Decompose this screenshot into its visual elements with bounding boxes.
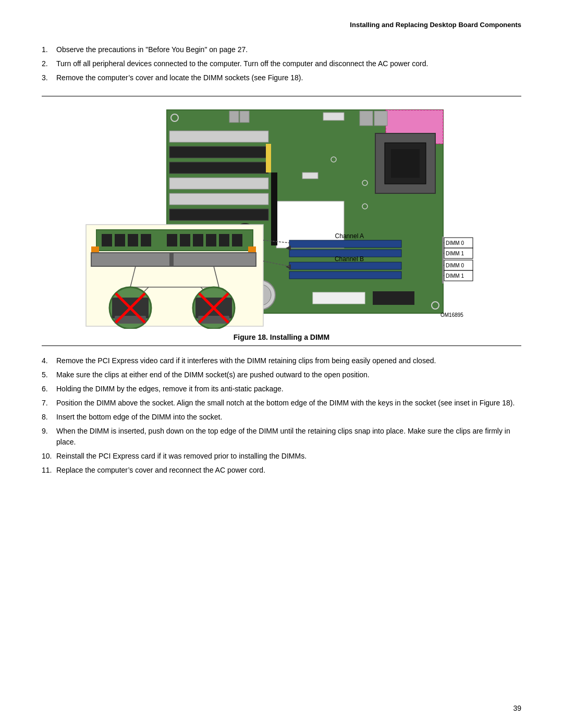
svg-text:DIMM 0: DIMM 0 [446,240,464,246]
step-1-text: Observe the precautions in "Before You B… [56,44,521,55]
step-2-text: Turn off all peripheral devices connecte… [56,58,521,69]
svg-rect-16 [169,209,268,220]
step-3-num: 3. [42,72,56,83]
svg-rect-66 [232,234,242,246]
svg-text:DIMM 0: DIMM 0 [446,263,464,268]
figure-container: Channel A Channel B DIMM 0 DIMM 1 DIMM 0… [42,96,521,346]
svg-rect-61 [167,234,177,246]
step-6-num: 6. [42,384,56,394]
step-9: 9. When the DIMM is inserted, push down … [42,426,521,448]
svg-point-25 [362,180,368,186]
svg-rect-12 [169,146,268,158]
svg-rect-17 [266,144,271,172]
step-3-text: Remove the computer’s cover and locate t… [56,72,521,83]
figure-caption: Figure 18. Installing a DIMM [234,333,329,341]
page-container: Installing and Replacing Desktop Board C… [0,0,563,728]
svg-rect-22 [391,149,420,178]
step-6: 6. Holding the DIMM by the edges, remove… [42,384,521,394]
step-8-num: 8. [42,412,56,423]
svg-rect-65 [219,234,229,246]
svg-text:DIMM 1: DIMM 1 [446,273,464,279]
svg-rect-7 [374,111,387,126]
step-1-num: 1. [42,44,56,55]
svg-text:Channel A: Channel A [335,232,364,240]
step-5-text: Make sure the clips at either end of the… [56,369,521,380]
page-number: 39 [513,704,521,712]
svg-point-24 [362,204,368,209]
step-10-text: Reinstall the PCI Express card if it was… [56,451,521,462]
svg-text:Channel B: Channel B [335,255,364,263]
step-11-text: Replace the computer’s cover and reconne… [56,465,521,476]
svg-rect-63 [193,234,203,246]
svg-rect-70 [169,253,174,266]
step-11-num: 11. [42,465,56,476]
step-2: 2. Turn off all peripheral devices conne… [42,58,521,69]
step-6-text: Holding the DIMM by the edges, remove it… [56,384,521,394]
svg-rect-11 [169,131,268,142]
step-5: 5. Make sure the clips at either end of … [42,369,521,380]
step-8-text: Insert the bottom edge of the DIMM into … [56,412,521,423]
svg-rect-30 [289,262,401,269]
steps-before-list: 1. Observe the precautions in "Before Yo… [42,44,521,83]
svg-rect-48 [442,237,444,283]
svg-rect-14 [169,178,268,189]
svg-point-1 [171,114,178,121]
steps-after-list: 4. Remove the PCI Express video card if … [42,355,521,476]
step-9-num: 9. [42,426,56,448]
step-4-num: 4. [42,355,56,366]
step-11: 11. Replace the computer’s cover and rec… [42,465,521,476]
step-9-text: When the DIMM is inserted, push down on … [56,426,521,448]
step-2-num: 2. [42,58,56,69]
svg-rect-59 [128,234,138,246]
svg-text:DIMM 1: DIMM 1 [446,251,464,256]
svg-rect-51 [313,292,365,304]
svg-rect-52 [373,291,414,305]
svg-rect-15 [169,193,268,205]
step-7-text: Position the DIMM above the socket. Alig… [56,398,521,409]
step-10-num: 10. [42,451,56,462]
svg-point-4 [432,302,439,309]
svg-point-23 [331,157,336,162]
svg-rect-8 [229,111,239,122]
svg-rect-9 [240,111,249,122]
step-4: 4. Remove the PCI Express video card if … [42,355,521,366]
svg-rect-6 [360,111,373,126]
svg-rect-31 [289,272,401,279]
step-1: 1. Observe the precautions in "Before Yo… [42,44,521,55]
step-3: 3. Remove the computer’s cover and locat… [42,72,521,83]
svg-rect-64 [206,234,216,246]
step-10: 10. Reinstall the PCI Express card if it… [42,451,521,462]
svg-rect-28 [289,240,401,248]
step-7: 7. Position the DIMM above the socket. A… [42,398,521,409]
svg-rect-58 [115,234,125,246]
step-8: 8. Insert the bottom edge of the DIMM in… [42,412,521,423]
svg-rect-60 [141,234,151,246]
svg-rect-62 [180,234,190,246]
svg-rect-57 [102,234,112,246]
motherboard-diagram: Channel A Channel B DIMM 0 DIMM 1 DIMM 0… [83,105,480,329]
header-title: Installing and Replacing Desktop Board C… [42,21,521,29]
step-4-text: Remove the PCI Express video card if it … [56,355,521,366]
step-5-num: 5. [42,369,56,380]
svg-rect-10 [323,113,344,120]
svg-rect-54 [271,172,277,245]
svg-text:OM16895: OM16895 [440,312,463,318]
svg-rect-26 [302,172,318,179]
figure-wrapper: Channel A Channel B DIMM 0 DIMM 1 DIMM 0… [42,105,521,341]
svg-rect-13 [169,162,268,174]
step-7-num: 7. [42,398,56,409]
